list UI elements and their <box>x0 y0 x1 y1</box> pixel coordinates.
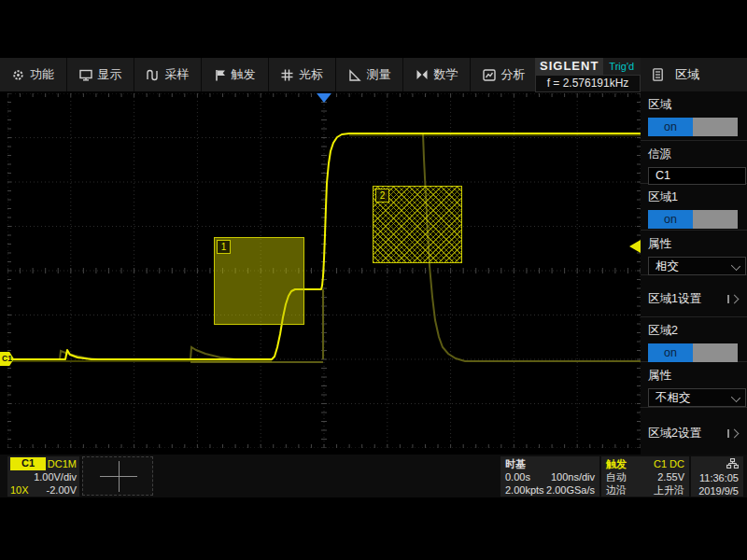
menu-trigger[interactable]: 触发 <box>202 58 269 91</box>
trigger-level-marker[interactable] <box>629 240 641 253</box>
menu-bar: 功能 显示 采样 触发 光标 测量 数学 分析 <box>0 58 641 91</box>
section-zone2-property: 属性 不相交 <box>641 362 747 408</box>
select-value: 不相交 <box>655 391 691 404</box>
chevron-down-icon <box>731 261 740 271</box>
system-time: 11:36:05 <box>696 471 739 484</box>
trigger-source: C1 DC <box>654 457 684 470</box>
gear-icon <box>12 69 24 81</box>
toggle-on-half: on <box>648 118 693 136</box>
menu-math[interactable]: 数学 <box>403 58 471 91</box>
menu-cursors[interactable]: 光标 <box>269 58 336 91</box>
menu-acquire[interactable]: 采样 <box>134 58 202 91</box>
zone2-property-select[interactable]: 不相交 <box>648 388 746 407</box>
timebase-scale: 100ns/div <box>551 470 595 483</box>
toggle-off-half <box>693 118 738 136</box>
toggle-off-half <box>693 343 738 362</box>
zone1-tag: 1 <box>217 240 231 254</box>
zone2-setup-label: 区域2设置 <box>648 426 701 441</box>
channel1-info-box[interactable]: C1DC1M 1.00V/div 10X-2.00V <box>7 456 79 497</box>
graticule-and-trace <box>7 93 641 448</box>
display-icon <box>79 69 92 81</box>
menu-utility[interactable]: 功能 <box>0 58 67 91</box>
menu-analysis[interactable]: 分析 <box>471 58 538 91</box>
add-channel-box[interactable] <box>82 456 153 496</box>
trigger-level: 2.55V <box>657 470 684 483</box>
timebase-info-box[interactable]: 时基 0.00s100ns/div 2.00kpts2.00GSa/s <box>500 456 599 497</box>
toggle-off-half <box>693 210 738 229</box>
trigger-type: 边沿 <box>606 483 627 497</box>
menu-label: 触发 <box>232 66 256 83</box>
menu-label: 测量 <box>367 66 391 83</box>
vertical-scale: 1.00V/div <box>34 470 77 483</box>
clock-box[interactable]: 11:36:05 2019/9/5 <box>691 456 743 497</box>
toggle-on-half: on <box>648 210 693 229</box>
waveform-display: 1 2 <box>7 93 641 448</box>
siglent-logo: SIGLENT <box>535 58 603 75</box>
timebase-title: 时基 <box>505 457 526 470</box>
zone-panel-icon <box>653 68 663 81</box>
section-zone1-enable: 区域1 on <box>641 184 747 231</box>
system-date: 2019/9/5 <box>696 484 739 497</box>
toggle-on-half: on <box>648 343 693 362</box>
trigger-title: 触发 <box>606 457 627 470</box>
source-label: 信源 <box>648 147 740 162</box>
menu-label: 分析 <box>501 66 526 83</box>
analysis-icon <box>483 69 496 81</box>
section-zone2-enable: 区域2 on <box>641 317 747 362</box>
submenu-arrow-icon <box>727 295 738 303</box>
zone2-label: 区域2 <box>648 323 740 339</box>
plus-icon <box>119 461 120 492</box>
zone-enable-toggle[interactable]: on <box>648 118 738 136</box>
zone2-property-label: 属性 <box>648 368 740 384</box>
select-value: 相交 <box>655 259 679 273</box>
status-bar: C1DC1M 1.00V/div 10X-2.00V 时基 0.00s100ns… <box>0 455 747 497</box>
zone2-tag: 2 <box>375 189 389 203</box>
measure-icon <box>348 69 361 81</box>
trigger-info-box[interactable]: 触发C1 DC 自动2.55V 边沿上升沿 <box>601 456 689 497</box>
probe-attenuation: 10X <box>10 483 29 497</box>
zone2-setup-button[interactable]: 区域2设置 <box>641 408 747 454</box>
zone1-property-label: 属性 <box>648 236 740 252</box>
zone1-toggle[interactable]: on <box>648 210 738 229</box>
frequency-counter: f = 2.576191kHz <box>535 75 641 92</box>
oscilloscope-screen: 功能 显示 采样 触发 光标 测量 数学 分析 <box>0 0 747 560</box>
panel-title: 区域 <box>675 66 699 83</box>
menu-label: 光标 <box>299 66 323 83</box>
trigger-flag-icon <box>215 69 226 81</box>
brand-status-box: SIGLENT Trig'd f = 2.576191kHz <box>535 58 641 91</box>
section-zone1-property: 属性 相交 <box>641 231 747 275</box>
sample-rate: 2.00GSa/s <box>546 483 595 497</box>
menu-label: 显示 <box>98 66 122 83</box>
menu-display[interactable]: 显示 <box>67 58 134 91</box>
trigger-position-marker[interactable] <box>317 93 331 103</box>
section-source: 信源 C1 <box>641 141 747 184</box>
lan-network-icon <box>726 458 739 469</box>
math-icon <box>416 69 429 80</box>
zone2-toggle[interactable]: on <box>648 343 738 362</box>
source-value[interactable]: C1 <box>648 167 746 185</box>
zone-enable-label: 区域 <box>648 97 740 113</box>
zone1-label: 区域1 <box>648 189 740 205</box>
chevron-down-icon <box>731 393 740 402</box>
submenu-arrow-icon <box>727 429 738 438</box>
menu-measure[interactable]: 测量 <box>336 58 403 91</box>
zone1-setup-button[interactable]: 区域1设置 <box>641 275 747 317</box>
trigger-delay: 0.00s <box>505 470 530 483</box>
zone1-setup-label: 区域1设置 <box>648 291 701 307</box>
menu-label: 采样 <box>165 66 190 83</box>
coupling-value: DC1M <box>48 457 77 470</box>
trigger-mode: 自动 <box>606 470 627 483</box>
zone-panel-header: 区域 <box>641 58 747 91</box>
zone-settings-panel: 区域 on 信源 C1 区域1 on 属性 相交 区域1设置 区域2 on 属性… <box>641 91 747 455</box>
section-zone-enable: 区域 on <box>641 91 747 141</box>
channel1-badge: C1 <box>10 457 46 470</box>
memory-depth: 2.00kpts <box>505 483 544 497</box>
trigger-zone-1[interactable]: 1 <box>214 237 304 325</box>
trigger-status: Trig'd <box>609 61 634 72</box>
acquire-icon <box>147 69 160 81</box>
trigger-slope: 上升沿 <box>654 483 684 497</box>
trigger-zone-2[interactable]: 2 <box>373 186 462 263</box>
zone1-property-select[interactable]: 相交 <box>648 257 746 275</box>
menu-label: 功能 <box>30 66 54 83</box>
vertical-offset: -2.00V <box>47 483 77 497</box>
